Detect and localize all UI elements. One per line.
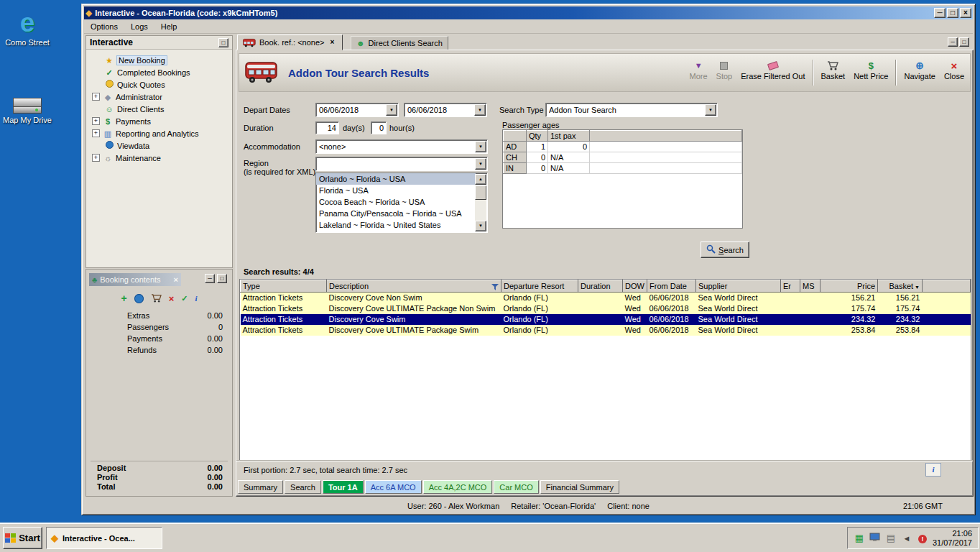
confirm-icon[interactable]: ✓: [181, 294, 188, 303]
booking-row-passengers[interactable]: Passengers0: [86, 323, 232, 334]
col-er[interactable]: Er: [781, 280, 800, 293]
sidebar-item-maintenance[interactable]: +☼ Maintenance: [86, 152, 232, 164]
col-price[interactable]: Price: [820, 280, 878, 293]
menu-options[interactable]: Options: [84, 21, 124, 32]
col-dow[interactable]: DOW: [623, 280, 647, 293]
web-icon[interactable]: [134, 294, 144, 303]
col-departure-resort[interactable]: Departure Resort: [501, 280, 578, 293]
col-description[interactable]: Description: [327, 280, 501, 293]
chevron-down-icon[interactable]: ▼: [475, 158, 486, 170]
chevron-down-icon[interactable]: ▼: [475, 141, 486, 152]
accommodation-combo[interactable]: <none>▼: [315, 139, 488, 154]
scroll-up-icon[interactable]: ▲: [475, 174, 486, 185]
tray-icon-display[interactable]: [869, 533, 881, 544]
more-button[interactable]: ▼ More: [685, 56, 712, 89]
navigate-button[interactable]: ⊕ Navigate: [900, 56, 939, 89]
panel-minimize-button[interactable]: ─: [205, 274, 215, 283]
duration-days-input[interactable]: [315, 121, 339, 134]
delete-icon[interactable]: ×: [169, 293, 175, 304]
filter-icon[interactable]: [491, 283, 499, 292]
sidebar-item-completed-bookings[interactable]: ✓ Completed Bookings: [86, 66, 232, 78]
sidebar-item-viewdata[interactable]: Viewdata: [86, 139, 232, 152]
pax-firstpax-cell[interactable]: 0: [548, 142, 590, 152]
booking-row-refunds[interactable]: Refunds0.00: [86, 346, 232, 357]
tab-financial-summary[interactable]: Financial Summary: [540, 480, 619, 494]
expand-icon[interactable]: +: [92, 154, 100, 162]
booking-row-payments[interactable]: Payments0.00: [86, 334, 232, 346]
pax-firstpax-cell[interactable]: N/A: [548, 152, 590, 163]
tab-summary[interactable]: Summary: [238, 480, 283, 494]
col-duration[interactable]: Duration: [578, 280, 623, 293]
tab-tour-1a[interactable]: Tour 1A: [323, 480, 364, 494]
tab-car-mco[interactable]: Car MCO: [494, 480, 538, 494]
taskbar-task-interactive[interactable]: ◆ Interactive - Ocea...: [46, 527, 162, 549]
tab-acc-4a2c-mco[interactable]: Acc 4A,2C MCO: [423, 480, 493, 494]
sidebar-item-administrator[interactable]: +◆ Administrator: [86, 91, 232, 103]
mdi-restore-button[interactable]: □: [959, 37, 969, 47]
maximize-button[interactable]: □: [947, 8, 958, 18]
region-scrollbar[interactable]: ▲ ▼: [475, 174, 486, 231]
region-option[interactable]: Cocoa Beach ~ Florida ~ USA: [316, 196, 476, 208]
mdi-minimize-button[interactable]: ─: [948, 37, 958, 47]
info-icon[interactable]: i: [195, 294, 197, 303]
result-row[interactable]: Attraction Tickets Discovery Cove Non Sw…: [241, 293, 971, 303]
close-button[interactable]: ×: [960, 8, 971, 18]
basket-icon[interactable]: [151, 293, 162, 304]
menu-logs[interactable]: Logs: [124, 21, 154, 32]
tray-icon-volume[interactable]: ◄: [901, 533, 912, 544]
tray-icon-1[interactable]: ▦: [854, 533, 865, 544]
stop-button[interactable]: Stop: [712, 56, 737, 89]
chevron-down-icon[interactable]: ▼: [474, 104, 486, 116]
minimize-button[interactable]: ─: [934, 8, 946, 18]
chevron-down-icon[interactable]: ▼: [705, 104, 716, 116]
desktop-icon-map-my-drive[interactable]: Map My Drive: [0, 83, 55, 124]
depart-date-to-combo[interactable]: 06/06/2018▼: [404, 103, 487, 117]
pax-firstpax-cell[interactable]: N/A: [548, 163, 590, 174]
chevron-down-icon[interactable]: ▼: [386, 104, 397, 116]
start-button[interactable]: Start: [3, 527, 42, 549]
nett-price-button[interactable]: $ Nett Price: [849, 56, 892, 89]
basket-button[interactable]: Basket: [817, 56, 850, 89]
info-button[interactable]: i: [925, 463, 941, 477]
close-search-button[interactable]: × Close: [940, 56, 969, 89]
region-option[interactable]: Orlando ~ Florida ~ USA: [316, 173, 476, 185]
panel-close-icon[interactable]: ×: [174, 275, 178, 284]
pax-qty-cell[interactable]: 0: [527, 163, 548, 174]
tab-close-icon[interactable]: ×: [328, 38, 337, 47]
tray-icon-network[interactable]: ▤: [885, 533, 897, 544]
result-row[interactable]: Attraction Tickets Discovery Cove ULTIMA…: [241, 325, 971, 336]
tab-search[interactable]: Search: [285, 480, 321, 494]
region-option[interactable]: Florida ~ USA: [316, 185, 476, 196]
expand-icon[interactable]: +: [92, 93, 100, 101]
depart-date-from-combo[interactable]: 06/06/2018▼: [315, 103, 399, 117]
sidebar-item-direct-clients[interactable]: ☺ Direct Clients: [86, 103, 232, 115]
tab-acc-6a-mco[interactable]: Acc 6A MCO: [365, 480, 422, 494]
sidebar-collapse-button[interactable]: □: [218, 38, 228, 47]
add-icon[interactable]: +: [121, 293, 126, 304]
duration-hours-input[interactable]: [371, 121, 387, 134]
result-row[interactable]: Attraction Tickets Discovery Cove ULTIMA…: [241, 303, 971, 314]
region-option[interactable]: Panama City/Pensacola ~ Florida ~ USA: [316, 208, 476, 219]
region-option[interactable]: Lakeland ~ Florida ~ United States: [316, 219, 476, 231]
tab-booking-ref[interactable]: Book. ref.: <none> ×: [237, 34, 343, 50]
result-row-selected[interactable]: Attraction Tickets Discovery Cove Swim O…: [241, 314, 971, 325]
tray-icon-alert[interactable]: !: [917, 533, 928, 544]
sidebar-item-reporting-analytics[interactable]: +▥ Reporting and Analytics: [86, 127, 232, 139]
search-button[interactable]: Search: [701, 242, 749, 258]
sidebar-item-payments[interactable]: +$ Payments: [86, 115, 232, 127]
col-supplier[interactable]: Supplier: [696, 280, 781, 293]
scroll-thumb[interactable]: [475, 185, 486, 200]
sidebar-item-new-booking[interactable]: ★ New Booking: [86, 54, 232, 66]
desktop-icon-como-street[interactable]: e Como Street: [0, 6, 55, 47]
search-type-combo[interactable]: Addon Tour Search▼: [545, 103, 718, 117]
col-type[interactable]: Type: [241, 280, 327, 293]
scroll-down-icon[interactable]: ▼: [475, 221, 486, 231]
col-basket[interactable]: Basket▼: [878, 280, 923, 293]
tab-direct-clients-search[interactable]: ☻ Direct Clients Search: [351, 36, 448, 50]
expand-icon[interactable]: +: [92, 117, 100, 125]
booking-row-extras[interactable]: Extras0.00: [86, 311, 232, 323]
expand-icon[interactable]: +: [92, 129, 100, 137]
region-combo[interactable]: ▼: [315, 157, 488, 171]
menu-help[interactable]: Help: [154, 21, 184, 32]
pax-qty-cell[interactable]: 0: [527, 152, 548, 163]
